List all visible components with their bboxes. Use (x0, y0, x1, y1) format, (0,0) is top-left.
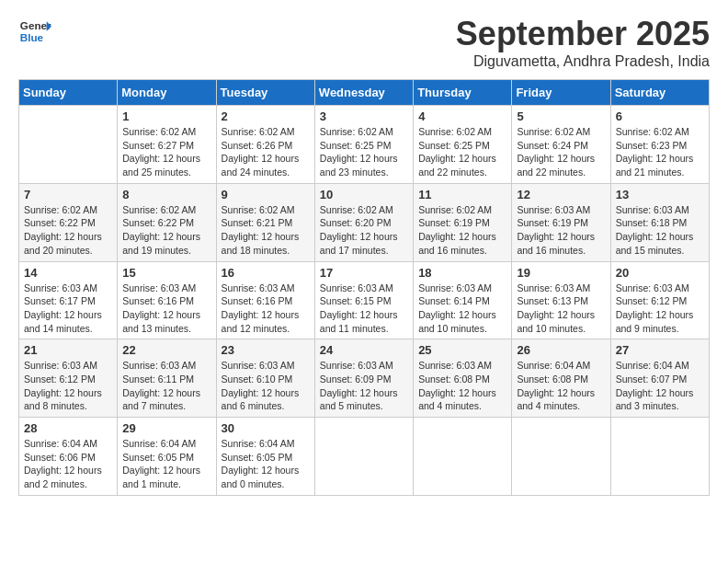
day-detail: Sunrise: 6:03 AM Sunset: 6:12 PM Dayligh… (24, 359, 112, 413)
calendar-table: SundayMondayTuesdayWednesdayThursdayFrid… (18, 79, 710, 496)
calendar-cell: 10Sunrise: 6:02 AM Sunset: 6:20 PM Dayli… (314, 183, 413, 261)
day-number: 23 (222, 343, 310, 357)
calendar-cell: 24Sunrise: 6:03 AM Sunset: 6:09 PM Dayli… (314, 339, 413, 418)
day-number: 13 (616, 188, 704, 201)
calendar-cell: 7Sunrise: 6:02 AM Sunset: 6:22 PM Daylig… (19, 183, 118, 261)
day-detail: Sunrise: 6:04 AM Sunset: 6:05 PM Dayligh… (122, 437, 210, 491)
day-detail: Sunrise: 6:03 AM Sunset: 6:14 PM Dayligh… (418, 282, 506, 336)
day-number: 28 (24, 421, 112, 435)
day-detail: Sunrise: 6:03 AM Sunset: 6:08 PM Dayligh… (418, 359, 506, 413)
day-detail: Sunrise: 6:02 AM Sunset: 6:22 PM Dayligh… (24, 203, 112, 258)
day-detail: Sunrise: 6:03 AM Sunset: 6:18 PM Dayligh… (616, 203, 704, 258)
day-detail: Sunrise: 6:03 AM Sunset: 6:19 PM Dayligh… (517, 203, 605, 258)
day-number: 11 (418, 188, 506, 201)
day-number: 2 (222, 109, 310, 123)
day-number: 14 (24, 266, 112, 280)
calendar-week-row: 7Sunrise: 6:02 AM Sunset: 6:22 PM Daylig… (19, 183, 710, 261)
day-detail: Sunrise: 6:02 AM Sunset: 6:24 PM Dayligh… (517, 125, 605, 179)
day-number: 4 (418, 109, 506, 123)
day-number: 21 (24, 343, 112, 357)
calendar-cell: 23Sunrise: 6:03 AM Sunset: 6:10 PM Dayli… (216, 339, 314, 418)
calendar-cell: 11Sunrise: 6:02 AM Sunset: 6:19 PM Dayli… (414, 183, 512, 261)
calendar-cell: 9Sunrise: 6:02 AM Sunset: 6:21 PM Daylig… (216, 183, 314, 261)
day-detail: Sunrise: 6:04 AM Sunset: 6:08 PM Dayligh… (517, 359, 605, 413)
calendar-week-row: 21Sunrise: 6:03 AM Sunset: 6:12 PM Dayli… (19, 339, 710, 418)
calendar-body: 1Sunrise: 6:02 AM Sunset: 6:27 PM Daylig… (19, 106, 710, 496)
day-detail: Sunrise: 6:02 AM Sunset: 6:20 PM Dayligh… (320, 203, 408, 258)
day-number: 12 (517, 188, 605, 201)
day-number: 27 (616, 343, 704, 357)
day-detail: Sunrise: 6:02 AM Sunset: 6:22 PM Dayligh… (122, 203, 210, 258)
day-detail: Sunrise: 6:02 AM Sunset: 6:21 PM Dayligh… (222, 203, 310, 258)
day-detail: Sunrise: 6:03 AM Sunset: 6:10 PM Dayligh… (222, 359, 310, 413)
day-number: 16 (222, 266, 310, 280)
day-number: 3 (320, 109, 408, 123)
calendar-cell: 29Sunrise: 6:04 AM Sunset: 6:05 PM Dayli… (118, 418, 216, 496)
day-detail: Sunrise: 6:02 AM Sunset: 6:23 PM Dayligh… (616, 125, 704, 179)
calendar-cell: 20Sunrise: 6:03 AM Sunset: 6:12 PM Dayli… (610, 261, 709, 339)
day-detail: Sunrise: 6:03 AM Sunset: 6:11 PM Dayligh… (122, 359, 210, 413)
day-number: 22 (122, 343, 210, 357)
calendar-cell: 5Sunrise: 6:02 AM Sunset: 6:24 PM Daylig… (512, 106, 610, 184)
calendar-cell: 17Sunrise: 6:03 AM Sunset: 6:15 PM Dayli… (314, 261, 413, 339)
day-detail: Sunrise: 6:03 AM Sunset: 6:15 PM Dayligh… (320, 282, 408, 336)
calendar-cell: 22Sunrise: 6:03 AM Sunset: 6:11 PM Dayli… (118, 339, 216, 418)
calendar-cell (314, 418, 413, 496)
day-number: 19 (517, 266, 605, 280)
weekday-header: Monday (118, 80, 216, 106)
svg-text:Blue: Blue (20, 31, 44, 43)
day-number: 7 (24, 188, 112, 201)
calendar-cell (512, 418, 610, 496)
day-number: 5 (517, 109, 605, 123)
title-section: September 2025 Diguvametta, Andhra Prade… (456, 15, 710, 70)
logo: General Blue (18, 15, 51, 48)
calendar-week-row: 28Sunrise: 6:04 AM Sunset: 6:06 PM Dayli… (19, 418, 710, 496)
day-number: 26 (517, 343, 605, 357)
day-detail: Sunrise: 6:03 AM Sunset: 6:16 PM Dayligh… (122, 282, 210, 336)
day-number: 8 (122, 188, 210, 201)
calendar-cell: 12Sunrise: 6:03 AM Sunset: 6:19 PM Dayli… (512, 183, 610, 261)
day-number: 24 (320, 343, 408, 357)
day-detail: Sunrise: 6:02 AM Sunset: 6:26 PM Dayligh… (222, 125, 310, 179)
day-number: 10 (320, 188, 408, 201)
calendar-cell: 27Sunrise: 6:04 AM Sunset: 6:07 PM Dayli… (610, 339, 709, 418)
weekday-header: Tuesday (216, 80, 314, 106)
calendar-header: SundayMondayTuesdayWednesdayThursdayFrid… (19, 80, 710, 106)
weekday-header: Thursday (414, 80, 512, 106)
day-number: 20 (616, 266, 704, 280)
day-detail: Sunrise: 6:04 AM Sunset: 6:06 PM Dayligh… (24, 437, 112, 491)
day-number: 29 (122, 421, 210, 435)
calendar-cell: 13Sunrise: 6:03 AM Sunset: 6:18 PM Dayli… (610, 183, 709, 261)
weekday-header: Sunday (19, 80, 118, 106)
day-number: 9 (222, 188, 310, 201)
calendar-cell: 2Sunrise: 6:02 AM Sunset: 6:26 PM Daylig… (216, 106, 314, 184)
calendar-cell: 6Sunrise: 6:02 AM Sunset: 6:23 PM Daylig… (610, 106, 709, 184)
calendar-cell: 8Sunrise: 6:02 AM Sunset: 6:22 PM Daylig… (118, 183, 216, 261)
calendar-cell: 1Sunrise: 6:02 AM Sunset: 6:27 PM Daylig… (118, 106, 216, 184)
day-detail: Sunrise: 6:03 AM Sunset: 6:12 PM Dayligh… (616, 282, 704, 336)
calendar-cell: 4Sunrise: 6:02 AM Sunset: 6:25 PM Daylig… (414, 106, 512, 184)
day-number: 15 (122, 266, 210, 280)
header: General Blue September 2025 Diguvametta,… (18, 15, 710, 70)
calendar-week-row: 1Sunrise: 6:02 AM Sunset: 6:27 PM Daylig… (19, 106, 710, 184)
header-row: SundayMondayTuesdayWednesdayThursdayFrid… (19, 80, 710, 106)
calendar-cell: 21Sunrise: 6:03 AM Sunset: 6:12 PM Dayli… (19, 339, 118, 418)
day-detail: Sunrise: 6:02 AM Sunset: 6:19 PM Dayligh… (418, 203, 506, 258)
day-detail: Sunrise: 6:02 AM Sunset: 6:27 PM Dayligh… (122, 125, 210, 179)
day-detail: Sunrise: 6:03 AM Sunset: 6:17 PM Dayligh… (24, 282, 112, 336)
calendar-cell: 28Sunrise: 6:04 AM Sunset: 6:06 PM Dayli… (19, 418, 118, 496)
calendar-cell: 18Sunrise: 6:03 AM Sunset: 6:14 PM Dayli… (414, 261, 512, 339)
day-detail: Sunrise: 6:04 AM Sunset: 6:05 PM Dayligh… (222, 437, 310, 491)
location-title: Diguvametta, Andhra Pradesh, India (456, 53, 710, 70)
weekday-header: Wednesday (314, 80, 413, 106)
day-detail: Sunrise: 6:03 AM Sunset: 6:16 PM Dayligh… (222, 282, 310, 336)
day-detail: Sunrise: 6:03 AM Sunset: 6:13 PM Dayligh… (517, 282, 605, 336)
logo-icon: General Blue (18, 15, 51, 48)
day-detail: Sunrise: 6:04 AM Sunset: 6:07 PM Dayligh… (616, 359, 704, 413)
calendar-cell: 3Sunrise: 6:02 AM Sunset: 6:25 PM Daylig… (314, 106, 413, 184)
calendar-cell: 14Sunrise: 6:03 AM Sunset: 6:17 PM Dayli… (19, 261, 118, 339)
calendar-cell (610, 418, 709, 496)
day-detail: Sunrise: 6:02 AM Sunset: 6:25 PM Dayligh… (418, 125, 506, 179)
day-number: 18 (418, 266, 506, 280)
calendar-week-row: 14Sunrise: 6:03 AM Sunset: 6:17 PM Dayli… (19, 261, 710, 339)
